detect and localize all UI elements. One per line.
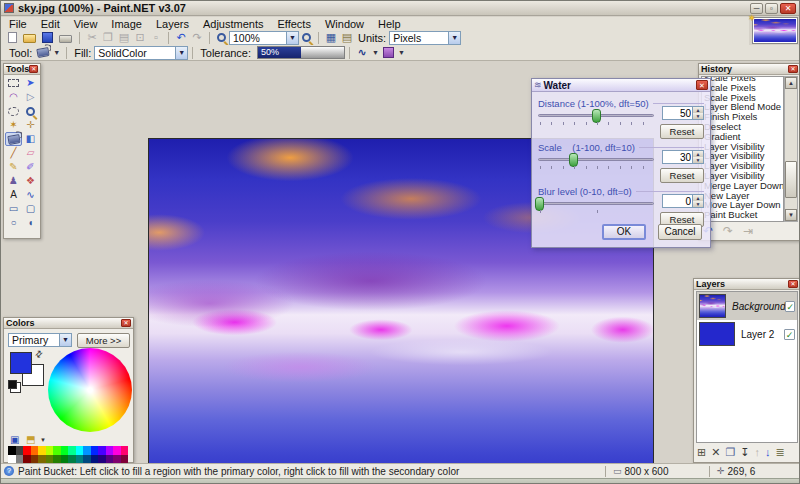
layer-visible-checkbox[interactable]: ✓	[784, 329, 795, 340]
scrollbar-thumb[interactable]	[785, 161, 797, 198]
print-icon[interactable]	[59, 35, 72, 43]
zoom-level-select[interactable]: 100% ▼	[229, 31, 299, 45]
tool-ellipse-shape[interactable]: ○	[5, 216, 22, 230]
layers-panel-titlebar[interactable]: Layers ✕	[694, 279, 800, 290]
ruler-toggle-icon[interactable]: ▤	[339, 31, 355, 44]
palette-settings-icon[interactable]: ▣	[10, 434, 19, 445]
scale-slider[interactable]	[538, 158, 654, 161]
distance-reset-button[interactable]: Reset	[660, 124, 704, 139]
water-dialog-titlebar[interactable]: ≋ Water ✕	[532, 79, 710, 92]
palette-swatch[interactable]	[68, 446, 76, 455]
move-layer-down-button[interactable]: ↓	[765, 446, 771, 459]
save-file-icon[interactable]	[42, 32, 53, 43]
distance-input[interactable]: ▲▼	[662, 106, 704, 120]
palette-swatch[interactable]	[8, 446, 16, 455]
blur-level-input[interactable]: ▲▼	[662, 194, 704, 208]
maximize-button[interactable]: ▫	[765, 3, 778, 14]
palette-swatch[interactable]	[46, 446, 54, 455]
chevron-down-icon[interactable]: ▼	[175, 47, 187, 59]
blur-level-slider-thumb[interactable]	[535, 197, 544, 211]
blur-level-spinner[interactable]: ▲▼	[692, 195, 703, 207]
color-mode-select[interactable]: Primary ▼	[8, 333, 72, 347]
color-wheel[interactable]	[48, 348, 132, 432]
units-select[interactable]: Pixels ▼	[389, 31, 461, 45]
chevron-down-icon[interactable]: ▼	[53, 49, 60, 56]
tool-zoom-tool[interactable]	[22, 104, 39, 118]
tool-gradient-tool[interactable]: ◧	[22, 132, 39, 146]
palette-swatch[interactable]	[61, 446, 69, 455]
tool-recolor[interactable]: ❖	[22, 174, 39, 188]
scroll-up-button[interactable]: ▲	[785, 77, 797, 89]
antialias-curve-icon[interactable]: ∿	[354, 46, 370, 59]
tool-pan-tool[interactable]: ✛	[22, 118, 39, 132]
distance-slider-thumb[interactable]	[592, 109, 601, 123]
palette-swatch[interactable]	[38, 446, 46, 455]
close-icon[interactable]: ✕	[29, 65, 38, 73]
blur-level-slider[interactable]	[538, 202, 654, 205]
tools-panel-titlebar[interactable]: Tools ✕	[4, 64, 40, 75]
distance-value-field[interactable]	[663, 107, 692, 119]
merge-layer-down-button[interactable]: ↧	[740, 446, 749, 459]
spinner-down-icon[interactable]: ▼	[693, 201, 703, 207]
swap-colors-icon[interactable]: ⇄	[33, 348, 45, 360]
tool-lasso-select[interactable]: ◠	[5, 90, 22, 104]
primary-color-swatch[interactable]	[10, 352, 32, 374]
palette-swatch[interactable]	[106, 446, 114, 455]
scale-spinner[interactable]: ▲▼	[692, 151, 703, 163]
fill-style-select[interactable]: SolidColor ▼	[94, 46, 188, 60]
palette-menu-icon[interactable]: ⬒	[26, 434, 35, 445]
zoom-in-icon[interactable]	[302, 33, 311, 42]
palette-swatch[interactable]	[121, 446, 129, 455]
layer-row[interactable]: Layer 2✓	[697, 320, 797, 348]
default-colors-icon[interactable]	[8, 380, 17, 389]
spinner-down-icon[interactable]: ▼	[693, 113, 703, 119]
new-document-icon[interactable]	[8, 32, 17, 43]
history-fast-forward-button[interactable]: ⇥	[743, 225, 753, 238]
duplicate-layer-button[interactable]: ❐	[725, 446, 735, 459]
cancel-button[interactable]: Cancel	[658, 224, 702, 240]
tool-pencil[interactable]: ✎	[5, 160, 22, 174]
chevron-down-icon[interactable]: ▼	[372, 49, 379, 56]
tool-move-selection[interactable]: ▷	[22, 90, 39, 104]
add-layer-button[interactable]: ⊞	[697, 446, 706, 459]
tool-rectangle-select[interactable]	[5, 76, 22, 90]
spinner-down-icon[interactable]: ▼	[693, 157, 703, 163]
tool-ellipse-select[interactable]	[5, 104, 22, 118]
tool-freeform-shape[interactable]: ◖	[22, 216, 39, 230]
delete-layer-button[interactable]: ✕	[711, 446, 720, 459]
chevron-down-icon[interactable]: ▼	[286, 32, 298, 44]
close-icon[interactable]: ✕	[696, 80, 708, 90]
palette-swatch[interactable]	[98, 446, 106, 455]
menu-item-effects[interactable]: Effects	[278, 18, 311, 30]
more-options-button[interactable]: More >>	[77, 333, 130, 348]
scale-value-field[interactable]	[663, 151, 692, 163]
chevron-down-icon[interactable]: ▼	[59, 334, 71, 346]
palette-swatch[interactable]	[31, 446, 39, 455]
open-file-icon[interactable]	[23, 34, 36, 43]
palette-swatch[interactable]	[83, 446, 91, 455]
tool-text-tool[interactable]: A	[5, 188, 22, 202]
title-bar[interactable]: sky.jpg (100%) - Paint.NET v3.07 ─ ▫ ✕	[1, 1, 799, 16]
history-item[interactable]: Paint Bucket	[702, 210, 783, 220]
current-tool-paint-bucket-icon[interactable]	[37, 47, 50, 58]
menu-item-file[interactable]: File	[9, 18, 27, 30]
scale-reset-button[interactable]: Reset	[660, 168, 704, 183]
menu-item-help[interactable]: Help	[378, 18, 401, 30]
tool-rectangle-shape[interactable]: ▭	[5, 202, 22, 216]
tool-color-picker[interactable]: ✐	[22, 160, 39, 174]
palette-swatch[interactable]	[16, 446, 24, 455]
scale-input[interactable]: ▲▼	[662, 150, 704, 164]
colors-panel-titlebar[interactable]: Colors ✕	[4, 318, 133, 329]
menu-item-view[interactable]: View	[74, 18, 98, 30]
undo-icon[interactable]: ↶	[173, 31, 189, 44]
palette-swatch[interactable]	[53, 446, 61, 455]
menu-item-image[interactable]: Image	[111, 18, 142, 30]
chevron-down-icon[interactable]: ▼	[448, 32, 460, 44]
history-scrollbar[interactable]: ▲ ▼	[784, 76, 798, 222]
tool-line-curve[interactable]: ∿	[22, 188, 39, 202]
palette-swatch[interactable]	[23, 446, 31, 455]
layer-properties-button[interactable]: ≣	[776, 446, 785, 459]
close-button[interactable]: ✕	[780, 3, 796, 14]
layer-visible-checkbox[interactable]: ✓	[785, 301, 795, 312]
menu-item-layers[interactable]: Layers	[156, 18, 189, 30]
